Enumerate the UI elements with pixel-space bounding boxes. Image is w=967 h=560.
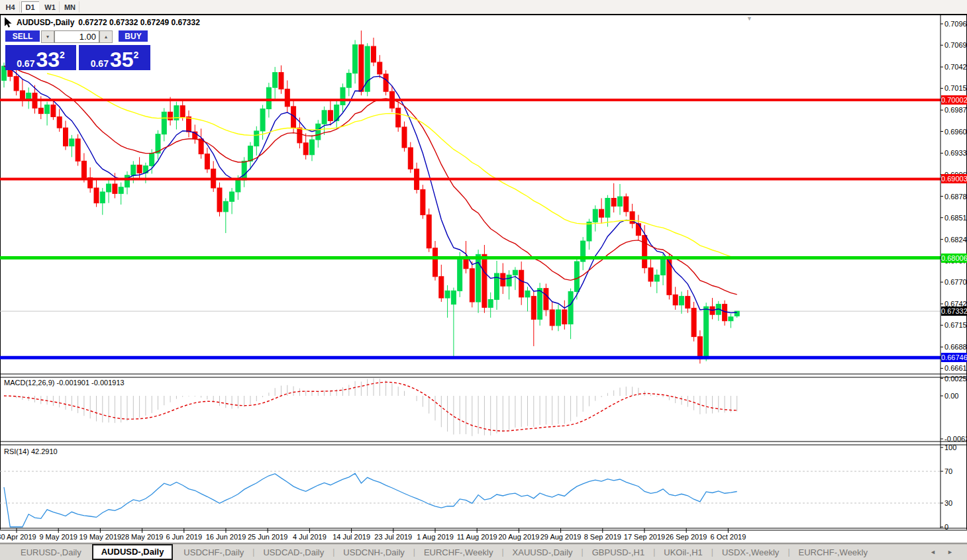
rsi-indicator-label: RSI(14) 42.2910	[4, 447, 58, 455]
hline-price-badge: 0.66746	[941, 353, 967, 362]
chevron-up-icon: ▴	[105, 34, 107, 40]
candles	[2, 30, 740, 363]
hline-price-badge: 0.70002	[941, 95, 967, 105]
sell-button[interactable]: SELL	[5, 30, 40, 43]
macd-signal-line	[4, 382, 737, 431]
current-price-badge: 0.67332	[941, 306, 967, 316]
hline-price-badge: 0.69003	[941, 174, 967, 183]
macd-histogram	[4, 378, 737, 436]
chart-title: AUDUSD-,Daily 0.67272 0.67332 0.67249 0.…	[4, 17, 200, 28]
chevron-down-icon: ▾	[46, 34, 49, 40]
mt4-window: H4D1W1MN AUDUSD-,Daily 0.67272 0.67332 0…	[0, 0, 967, 560]
rsi-line	[4, 473, 737, 527]
volume-increase-button[interactable]: ▴	[99, 30, 113, 43]
chart-symbol-period: AUDUSD-,Daily	[17, 18, 74, 27]
sell-price-button[interactable]: 0.67 33 2	[5, 45, 76, 70]
chart-ohlc-values: 0.67272 0.67332 0.67249 0.67332	[78, 18, 200, 27]
buy-price-point: 2	[134, 45, 139, 65]
buy-price-pips: 35	[110, 51, 134, 68]
macd-indicator-label: MACD(12,26,9) -0.001901 -0.001913	[4, 379, 125, 387]
hline-price-badge: 0.68006	[941, 254, 967, 263]
sell-price-pips: 33	[36, 51, 60, 68]
volume-input[interactable]	[54, 30, 99, 43]
one-click-trading-panel: SELL ▾ ▴ BUY 0.67 33 2 0.67 35 2	[5, 30, 150, 70]
buy-button[interactable]: BUY	[119, 30, 148, 43]
cursor-icon	[4, 17, 13, 28]
sell-price-point: 2	[60, 45, 65, 65]
chart-canvas	[0, 0, 967, 560]
sell-price-prefix: 0.67	[17, 59, 34, 68]
buy-price-button[interactable]: 0.67 35 2	[79, 45, 150, 70]
buy-price-prefix: 0.67	[91, 59, 109, 68]
chart-shift-marker-icon: ▼	[746, 15, 752, 22]
volume-decrease-button[interactable]: ▾	[41, 30, 54, 43]
